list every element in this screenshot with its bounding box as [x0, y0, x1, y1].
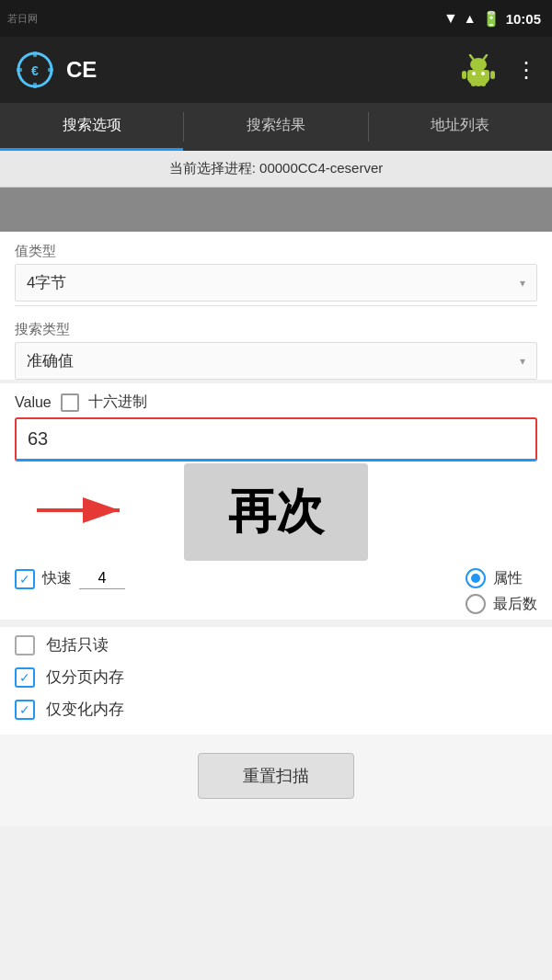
svg-rect-13 [462, 71, 466, 79]
chevron-down-icon-2: ▾ [520, 355, 525, 368]
svg-rect-5 [48, 68, 53, 72]
hex-checkbox[interactable] [61, 393, 79, 412]
svg-text:€: € [31, 63, 39, 78]
search-input-bar[interactable] [0, 188, 552, 232]
battery-icon: 🔋 [482, 10, 500, 28]
app-bar: € CE ⋮ [0, 37, 552, 103]
search-type-label: 搜索类型 [15, 310, 537, 342]
hex-label: 十六进制 [88, 393, 147, 412]
paged-memory-label: 仅分页内存 [46, 667, 124, 688]
changed-memory-checkbox[interactable]: ✓ [15, 700, 35, 720]
svg-rect-14 [490, 71, 495, 79]
fast-label: 快速 [42, 569, 72, 588]
watermark-left: 若日网 [7, 12, 38, 26]
value-type-value: 4字节 [27, 272, 66, 293]
value-label: Value [15, 394, 52, 411]
chevron-down-icon: ▾ [520, 277, 525, 290]
radio-attr-circle[interactable] [466, 568, 486, 588]
checkbox-paged-memory[interactable]: ✓ 仅分页内存 [15, 667, 537, 688]
checkbox-changed-memory[interactable]: ✓ 仅变化内存 [15, 699, 537, 720]
fast-row: ✓ 快速 [15, 563, 447, 595]
form-section: 值类型 4字节 ▾ 搜索类型 准确值 ▾ [0, 232, 552, 380]
fast-input[interactable] [79, 568, 125, 589]
radio-attr[interactable]: 属性 [466, 568, 537, 588]
tab-search-results[interactable]: 搜索结果 [184, 103, 367, 151]
checkboxes-section: 包括只读 ✓ 仅分页内存 ✓ 仅变化内存 [0, 627, 552, 735]
time-display: 10:05 [506, 11, 541, 27]
svg-rect-15 [471, 81, 476, 86]
tab-search-options[interactable]: 搜索选项 [0, 103, 183, 151]
value-row: Value 十六进制 [0, 383, 552, 417]
svg-point-9 [481, 72, 485, 75]
app-title: CE [66, 57, 451, 83]
tab-bar: 搜索选项 搜索结果 地址列表 [0, 103, 552, 151]
search-again-button[interactable]: 再次 [184, 463, 368, 561]
radio-attr-label: 属性 [493, 569, 523, 588]
process-bar: 当前选择进程: 00000CC4-ceserver [0, 151, 552, 188]
radio-lastnum-circle[interactable] [466, 594, 486, 614]
radio-lastnum[interactable]: 最后数 [466, 594, 537, 614]
arrow-indicator [28, 492, 138, 532]
svg-line-12 [484, 55, 487, 59]
include-readonly-checkbox[interactable] [15, 635, 35, 655]
paged-memory-checkbox[interactable]: ✓ [15, 667, 35, 688]
signal-icon: ▲ [464, 11, 477, 26]
search-type-dropdown[interactable]: 准确值 ▾ [15, 342, 537, 380]
include-readonly-label: 包括只读 [46, 634, 109, 655]
wifi-icon: ▼ [443, 10, 458, 27]
radio-options: 属性 最后数 [466, 563, 537, 620]
svg-rect-2 [33, 51, 37, 57]
checkbox-include-readonly[interactable]: 包括只读 [15, 634, 537, 655]
svg-rect-7 [467, 70, 489, 81]
bottom-area: 重置扫描 [0, 735, 552, 826]
options-row: ✓ 快速 属性 最后数 [0, 563, 552, 620]
android-icon [462, 53, 495, 86]
button-area: 再次 [0, 462, 552, 563]
svg-line-11 [470, 55, 473, 59]
value-input-wrap [0, 417, 552, 462]
svg-point-8 [472, 72, 476, 75]
changed-memory-label: 仅变化内存 [46, 699, 124, 720]
radio-lastnum-label: 最后数 [493, 595, 537, 614]
more-options-icon[interactable]: ⋮ [515, 57, 537, 83]
fast-checkbox[interactable]: ✓ [15, 569, 35, 589]
svg-rect-16 [481, 81, 486, 86]
status-icons: ▼ ▲ 🔋 10:05 [443, 10, 541, 28]
app-logo-icon: € [15, 50, 55, 90]
search-type-value: 准确值 [27, 350, 74, 371]
value-type-label: 值类型 [15, 232, 537, 264]
tab-address-list[interactable]: 地址列表 [369, 103, 552, 151]
svg-rect-3 [33, 83, 37, 88]
value-type-dropdown[interactable]: 4字节 ▾ [15, 264, 537, 302]
status-bar: 若日网 ▼ ▲ 🔋 10:05 [0, 0, 552, 37]
reset-scan-button[interactable]: 重置扫描 [198, 753, 354, 799]
value-input[interactable] [15, 417, 537, 462]
svg-rect-4 [17, 68, 22, 72]
